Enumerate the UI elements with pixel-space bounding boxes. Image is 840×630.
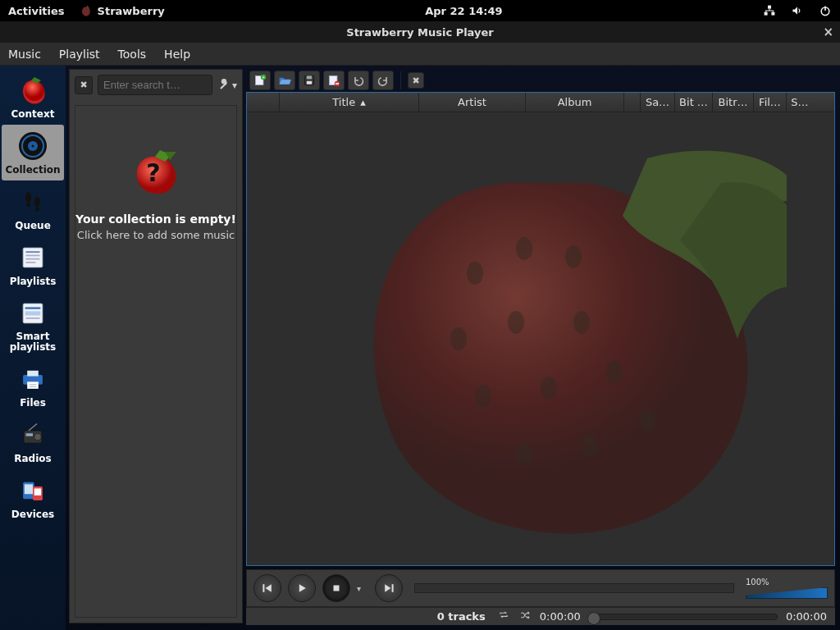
collection-empty[interactable]: ? Your collection is empty! Click here t…	[75, 105, 237, 618]
nav-smart-playlists[interactable]: Smart playlists	[2, 292, 64, 358]
svg-point-57	[639, 409, 655, 432]
nav-queue[interactable]: Queue	[2, 180, 64, 236]
window-close-button[interactable]: ×	[823, 25, 833, 39]
printer-icon	[15, 363, 51, 395]
nav-collection[interactable]: Collection	[2, 125, 64, 180]
nav-devices[interactable]: Devices	[2, 469, 64, 525]
search-options-button[interactable]: ▾	[217, 79, 237, 92]
volume-control[interactable]: 100%	[746, 578, 828, 599]
track-count: 0 tracks	[437, 610, 486, 623]
elapsed-time: 0:00:00	[540, 610, 581, 623]
undo-button[interactable]	[348, 71, 369, 90]
nav-files[interactable]: Files	[2, 358, 64, 413]
play-button[interactable]	[288, 574, 316, 602]
save-playlist-button[interactable]	[299, 71, 320, 90]
col-title[interactable]: Title ▴	[280, 93, 419, 112]
nav-radios[interactable]: Radios	[2, 413, 64, 469]
strawberry-icon	[80, 4, 93, 17]
nav-playlists[interactable]: Playlists	[2, 236, 64, 292]
menu-music[interactable]: Music	[8, 48, 41, 61]
svg-rect-35	[34, 489, 42, 496]
svg-point-50	[508, 311, 524, 334]
col-sample[interactable]: Sa…	[641, 93, 675, 112]
nav-context[interactable]: Context	[2, 69, 64, 125]
col-source[interactable]: S…	[787, 93, 813, 112]
svg-line-31	[29, 424, 37, 431]
playlist-background	[247, 112, 834, 565]
col-gap[interactable]	[624, 93, 641, 112]
gnome-topbar: Activities Strawberry Apr 22 14:49	[0, 0, 840, 21]
svg-rect-45	[336, 83, 339, 84]
svg-rect-60	[392, 584, 394, 592]
svg-rect-25	[27, 382, 39, 390]
previous-button[interactable]	[253, 574, 281, 602]
menu-tools[interactable]: Tools	[118, 48, 147, 61]
active-app-chip[interactable]: Strawberry	[80, 4, 165, 17]
svg-point-13	[35, 207, 39, 211]
clear-search-button[interactable]: ✖	[75, 76, 93, 94]
stop-button[interactable]	[322, 574, 350, 602]
total-time: 0:00:00	[786, 610, 827, 623]
strawberry-question-icon: ?	[127, 147, 185, 196]
menubar: Music Playlist Tools Help	[0, 43, 840, 66]
activities-button[interactable]: Activities	[8, 5, 65, 17]
network-icon[interactable]	[763, 4, 776, 17]
col-bitrate[interactable]: Bitr…	[713, 93, 754, 112]
svg-rect-58	[262, 584, 264, 592]
svg-point-12	[34, 197, 40, 208]
svg-rect-2	[768, 6, 771, 9]
left-nav: Context Collection Queue Playlists Smart…	[0, 66, 66, 630]
svg-point-11	[26, 203, 30, 207]
svg-rect-0	[765, 12, 768, 16]
vinyl-icon	[15, 130, 51, 162]
topbar-clock[interactable]: Apr 22 14:49	[425, 5, 502, 17]
clear-playlist-button[interactable]	[323, 71, 345, 90]
power-icon[interactable]	[819, 4, 832, 17]
devices-icon	[15, 474, 51, 507]
volume-icon[interactable]	[791, 4, 804, 17]
window-title: Strawberry Music Player	[346, 26, 493, 39]
new-playlist-button[interactable]: +	[249, 71, 271, 90]
search-input[interactable]	[98, 75, 212, 95]
collection-panel: ✖ ▾ ? Your collection is empty! Click he…	[69, 69, 243, 623]
svg-point-56	[582, 434, 598, 457]
menu-help[interactable]: Help	[164, 48, 190, 61]
svg-rect-30	[26, 434, 34, 436]
stop-options-dropdown[interactable]: ▾	[357, 584, 368, 593]
shuffle-icon[interactable]	[518, 609, 532, 623]
redo-button[interactable]	[372, 71, 394, 90]
col-bitdepth[interactable]: Bit …	[675, 93, 713, 112]
seek-slider[interactable]	[414, 583, 734, 593]
col-artist[interactable]: Artist	[419, 93, 526, 112]
player-controls: ▾ 100%	[246, 569, 835, 607]
playlist-area: Title ▴ Artist Album Sa… Bit … Bitr… Fil…	[246, 92, 835, 566]
svg-rect-24	[27, 371, 39, 377]
close-tab-button[interactable]: ✖	[408, 72, 424, 89]
strawberry-icon	[15, 74, 51, 107]
repeat-icon[interactable]	[497, 609, 510, 623]
svg-point-55	[516, 442, 532, 465]
svg-point-47	[516, 237, 532, 260]
svg-point-29	[34, 434, 42, 441]
next-button[interactable]	[375, 574, 403, 602]
svg-rect-1	[771, 12, 774, 16]
svg-point-48	[565, 245, 582, 268]
playlist-toolbar: + ✖	[246, 69, 835, 92]
search-row: ✖ ▾	[70, 70, 242, 100]
svg-rect-41	[307, 75, 312, 79]
open-playlist-button[interactable]	[274, 71, 295, 90]
svg-rect-14	[23, 248, 43, 267]
footsteps-icon	[15, 185, 51, 218]
svg-point-51	[573, 311, 590, 334]
svg-point-52	[475, 385, 491, 408]
volume-slider[interactable]	[746, 587, 828, 599]
document-highlight-icon	[15, 297, 51, 330]
col-album[interactable]: Album	[526, 93, 624, 112]
col-filetype[interactable]: Fil…	[754, 93, 787, 112]
svg-text:?: ?	[146, 158, 160, 187]
status-seek-slider[interactable]	[589, 614, 778, 620]
menu-playlist[interactable]: Playlist	[59, 48, 100, 61]
empty-title: Your collection is empty!	[75, 212, 236, 226]
col-blank[interactable]	[247, 93, 280, 112]
svg-point-53	[541, 377, 557, 399]
